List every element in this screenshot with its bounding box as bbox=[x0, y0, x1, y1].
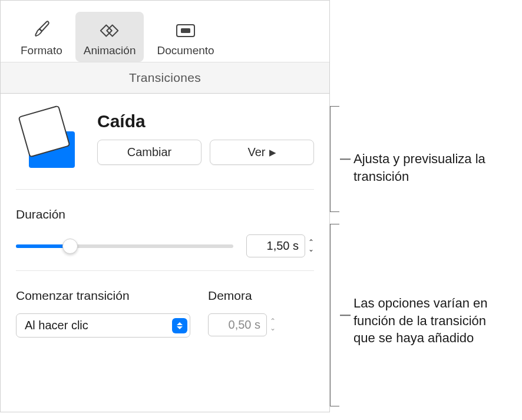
change-button-label: Cambiar bbox=[127, 145, 172, 159]
callouts-column: Ajusta y previsualiza la transición Las … bbox=[330, 0, 522, 420]
preview-button-label: Ver bbox=[247, 145, 265, 159]
delay-input[interactable] bbox=[208, 313, 267, 336]
transition-thumbnail bbox=[16, 108, 81, 173]
section-header-transitions: Transiciones bbox=[1, 62, 329, 94]
inspector-tab-bar: Formato Animación Docu bbox=[1, 1, 329, 62]
start-section: Comenzar transición Demora ⌃ bbox=[16, 271, 314, 349]
callout-options: Las opciones varían en función de la tra… bbox=[330, 295, 501, 347]
start-transition-label: Comenzar transición bbox=[16, 289, 190, 303]
preview-button[interactable]: Ver ▶ bbox=[210, 140, 314, 165]
tab-document[interactable]: Documento bbox=[148, 12, 222, 62]
transition-info-row: Caída Cambiar Ver ▶ bbox=[16, 108, 314, 190]
slider-thumb[interactable] bbox=[62, 239, 78, 254]
duration-step-down[interactable]: ⌄ bbox=[308, 246, 314, 253]
start-transition-value[interactable] bbox=[16, 313, 190, 338]
callout-preview: Ajusta y previsualiza la transición bbox=[330, 150, 501, 185]
slide-icon bbox=[174, 19, 197, 42]
tab-document-label: Documento bbox=[157, 44, 214, 57]
svg-rect-1 bbox=[181, 28, 190, 33]
change-button[interactable]: Cambiar bbox=[97, 140, 201, 165]
delay-label: Demora bbox=[208, 289, 314, 303]
play-icon: ▶ bbox=[269, 147, 276, 158]
diamond-icon bbox=[98, 19, 121, 42]
tab-format[interactable]: Formato bbox=[12, 12, 71, 62]
duration-slider[interactable] bbox=[16, 239, 233, 253]
duration-section: Duración ⌃ ⌄ bbox=[16, 190, 314, 271]
duration-label: Duración bbox=[16, 207, 314, 221]
transition-name: Caída bbox=[97, 111, 314, 131]
inspector-panel: Formato Animación Docu bbox=[0, 0, 330, 412]
delay-step-down[interactable]: ⌄ bbox=[270, 325, 276, 332]
tab-format-label: Formato bbox=[21, 44, 62, 57]
tab-animation[interactable]: Animación bbox=[75, 12, 144, 62]
start-transition-select[interactable] bbox=[16, 313, 190, 338]
brush-icon bbox=[30, 19, 52, 42]
duration-input[interactable] bbox=[246, 234, 305, 257]
tab-animation-label: Animación bbox=[84, 44, 136, 57]
